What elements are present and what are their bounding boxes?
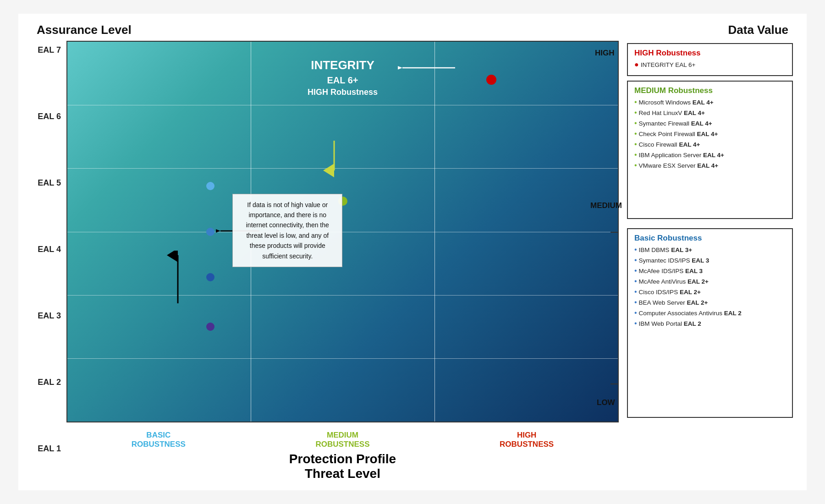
arrow-to-red-dot xyxy=(398,60,457,74)
legend-medium-item-4: • Check Point Firewall EAL 4+ xyxy=(634,129,786,140)
legend-basic-item-5: • Cisco IDS/IPS EAL 2+ xyxy=(634,287,786,298)
y-label-eal2: EAL 2 xyxy=(38,378,61,387)
legend-medium-item-2: • Red Hat LinuxV EAL 4+ xyxy=(634,108,786,119)
legend-basic-item-4: • McAfee AntiVirus EAL 2+ xyxy=(634,277,786,287)
dot-med-4: • xyxy=(634,130,637,137)
dot-basic-5: • xyxy=(634,288,637,296)
dot-med-3: • xyxy=(634,120,637,127)
dot-basic-eal2 xyxy=(206,323,214,331)
bottom-title-line1: Protection Profile xyxy=(66,452,619,466)
legend-basic-item-1: • IBM DBMS EAL 3+ xyxy=(634,245,786,256)
legend-medium-box: MEDIUM Robustness • Microsoft Windows EA… xyxy=(627,81,793,219)
legend-basic-title: Basic Robustness xyxy=(634,234,786,243)
legend-medium-item-3: • Symantec Firewall EAL 4+ xyxy=(634,119,786,129)
dv-high-label: HIGH xyxy=(595,49,615,58)
dot-med-1: • xyxy=(634,99,637,106)
line-medium xyxy=(610,232,619,233)
legend-high-item-1: ● INTEGRITY EAL 6+ xyxy=(634,60,786,71)
grid-h-eal4 xyxy=(67,232,618,232)
legend-basic-item-6: • BEA Web Server EAL 2+ xyxy=(634,298,786,308)
dot-basic-eal25 xyxy=(206,273,214,281)
x-label-basic: BASICROBUSTNESS xyxy=(132,431,186,449)
main-container: Assurance Level Data Value EAL 7 EAL 6 E… xyxy=(18,14,807,490)
line-low xyxy=(610,383,619,384)
x-label-medium: MEDIUMROBUSTNESS xyxy=(315,431,369,449)
y-label-eal7: EAL 7 xyxy=(38,45,61,55)
legend-basic-item-7: • Computer Associates Antivirus EAL 2 xyxy=(634,308,786,319)
y-axis: EAL 7 EAL 6 EAL 5 EAL 4 EAL 3 EAL 2 EAL … xyxy=(32,41,66,481)
dot-med-6: • xyxy=(634,151,637,159)
legend-medium-item-7: • VMware ESX Server EAL 4+ xyxy=(634,161,786,171)
assurance-level-title: Assurance Level xyxy=(37,23,132,37)
chart-and-right: INTEGRITY EAL 6+ HIGH Robustness xyxy=(66,41,793,422)
legend-basic-item-3: • McAfee IDS/IPS EAL 3 xyxy=(634,266,786,277)
tooltip-text: If data is not of high value or importan… xyxy=(246,201,329,260)
legend-medium-title: MEDIUM Robustness xyxy=(634,86,786,95)
y-label-eal3: EAL 3 xyxy=(38,311,61,321)
dot-basic-7: • xyxy=(634,309,637,317)
dot-basic-eal35 xyxy=(206,182,214,190)
grid-v-medium-high xyxy=(434,42,435,422)
chart-wrapper: INTEGRITY EAL 6+ HIGH Robustness xyxy=(66,41,619,422)
grid-h-eal2 xyxy=(67,358,618,359)
legend-medium-item-6: • IBM Application Server EAL 4+ xyxy=(634,150,786,161)
dot-basic-8: • xyxy=(634,320,637,327)
dv-low-label: LOW xyxy=(597,398,615,407)
dot-basic-3: • xyxy=(634,267,637,274)
high-robustness-text: HIGH Robustness xyxy=(308,87,378,98)
eal6plus-text: EAL 6+ xyxy=(308,74,378,87)
legend-medium-item-1: • Microsoft Windows EAL 4+ xyxy=(634,98,786,108)
top-labels: Assurance Level Data Value xyxy=(32,23,793,37)
x-label-high: HIGHROBUSTNESS xyxy=(500,431,554,449)
tooltip-box: If data is not of high value or importan… xyxy=(232,194,342,267)
arrow-down-to-green xyxy=(320,141,348,177)
dot-high-integrity: ● xyxy=(634,61,639,68)
right-panel: HIGH MEDIUM LOW HIGH Robustness ● INT xyxy=(619,41,793,422)
line-high xyxy=(610,41,619,42)
main-area: EAL 7 EAL 6 EAL 5 EAL 4 EAL 3 EAL 2 EAL … xyxy=(32,41,793,481)
legend-basic-item-8: • IBM Web Portal EAL 2 xyxy=(634,319,786,329)
grid-h-eal3 xyxy=(67,295,618,296)
legend-high-title: HIGH Robustness xyxy=(634,49,786,58)
legend-basic-box: Basic Robustness • IBM DBMS EAL 3+ • Sym… xyxy=(627,228,793,418)
x-axis: BASICROBUSTNESS MEDIUMROBUSTNESS HIGHROB… xyxy=(66,426,793,449)
dot-basic-6: • xyxy=(634,299,637,306)
dv-medium-label: MEDIUM xyxy=(590,201,622,210)
chart-column: INTEGRITY EAL 6+ HIGH Robustness xyxy=(66,41,793,481)
legend-basic-item-2: • Symantec IDS/IPS EAL 3 xyxy=(634,256,786,266)
legend-high-box: HIGH Robustness ● INTEGRITY EAL 6+ xyxy=(627,43,793,76)
y-label-eal4: EAL 4 xyxy=(38,245,61,254)
y-label-eal1: EAL 1 xyxy=(38,444,61,454)
dot-med-2: • xyxy=(634,109,637,116)
data-value-title: Data Value xyxy=(728,23,788,37)
y-label-eal6: EAL 6 xyxy=(38,112,61,121)
dot-integrity-high xyxy=(486,75,496,85)
legend-high-item-text: INTEGRITY EAL 6+ xyxy=(641,60,696,71)
arrow-up-from-basic xyxy=(166,251,189,306)
chart-background: INTEGRITY EAL 6+ HIGH Robustness xyxy=(66,41,619,422)
bottom-title: Protection Profile Threat Level xyxy=(66,452,793,481)
integrity-label: INTEGRITY EAL 6+ HIGH Robustness xyxy=(308,57,378,98)
dot-basic-4: • xyxy=(634,278,637,285)
legend-medium-item-5: • Cisco Firewall EAL 4+ xyxy=(634,140,786,150)
y-label-eal5: EAL 5 xyxy=(38,178,61,188)
grid-h-eal6 xyxy=(67,105,618,105)
dot-basic-2: • xyxy=(634,257,637,264)
dot-basic-eal3 xyxy=(206,228,214,236)
bottom-title-line2: Threat Level xyxy=(66,466,619,481)
integrity-text: INTEGRITY xyxy=(308,57,378,73)
dot-med-5: • xyxy=(634,141,637,148)
dot-med-7: • xyxy=(634,162,637,169)
dot-basic-1: • xyxy=(634,246,637,253)
